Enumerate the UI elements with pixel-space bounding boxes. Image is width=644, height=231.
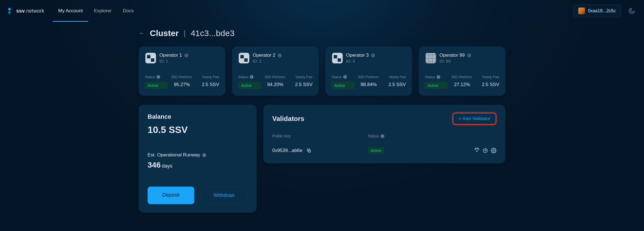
operator-id: ID: 3 (346, 59, 375, 63)
status-label: Statusi (145, 75, 168, 79)
logo-icon (6, 7, 13, 15)
operator-id: ID: 1 (159, 59, 188, 63)
col-public-key: Public Key (272, 134, 368, 138)
logo-text: ssv.network (16, 8, 44, 14)
operator-card: Operator 99 ID: 99 Statusi Active 30D Pe… (419, 46, 505, 96)
operator-id: ID: 99 (439, 59, 471, 63)
validator-public-key: 0x9539...ab6e (272, 148, 302, 153)
validator-row: 0x9539...ab6e Active (263, 142, 505, 159)
svg-marker-0 (8, 8, 11, 11)
explorer-link-icon[interactable] (482, 148, 488, 153)
status-label: Statusi (332, 75, 354, 79)
perf-label: 30D Perform. (171, 75, 193, 79)
info-icon[interactable]: i (202, 153, 206, 157)
page-title: Cluster (150, 28, 179, 38)
fee-value: 2.5 SSV (295, 82, 312, 87)
runway-label: Est. Operational Runway i (148, 152, 248, 158)
moon-icon (628, 7, 635, 15)
external-link-icon[interactable] (184, 53, 188, 58)
theme-toggle[interactable] (625, 4, 638, 18)
validators-title: Validators (272, 115, 304, 123)
cluster-id: 41c3...bde3 (191, 28, 235, 38)
fee-label: Yearly Fee (482, 75, 499, 79)
balance-amount: 10.5 SSV (148, 124, 248, 135)
external-link-icon[interactable] (371, 53, 375, 58)
breadcrumb: ← Cluster | 41c3...bde3 (0, 22, 644, 46)
info-icon[interactable]: i (157, 75, 160, 79)
perf-value: 27.12% (454, 82, 470, 87)
copy-icon[interactable] (306, 148, 311, 153)
info-icon[interactable]: i (250, 75, 254, 79)
nav-explorer[interactable]: Explorer (88, 0, 117, 22)
balance-card: Balance 10.5 SSV Est. Operational Runway… (139, 105, 257, 213)
operator-avatar (332, 53, 343, 63)
operator-card: Operator 2 ID: 2 Statusi Active 30D Perf… (232, 46, 319, 96)
validator-status-badge: Active (368, 147, 384, 154)
fee-value: 2.5 SSV (202, 82, 219, 87)
perf-label: 30D Perform. (358, 75, 379, 79)
withdraw-button[interactable]: Withdraw (200, 187, 248, 204)
breadcrumb-separator: | (184, 29, 186, 38)
balance-title: Balance (148, 113, 248, 120)
operator-name: Operator 1 (159, 53, 182, 58)
operator-name: Operator 3 (346, 53, 369, 58)
svg-point-8 (476, 151, 477, 151)
info-icon[interactable]: i (381, 134, 384, 138)
perf-label: 30D Perform. (451, 75, 473, 79)
fee-label: Yearly Fee (389, 75, 406, 79)
perf-label: 30D Perform. (264, 75, 286, 79)
fee-value: 2.5 SSV (482, 82, 499, 87)
info-icon[interactable]: i (343, 75, 347, 79)
deposit-button[interactable]: Deposit (148, 187, 194, 204)
status-badge: Active (145, 82, 168, 89)
operator-avatar (145, 53, 156, 63)
main-content: Operator 1 ID: 1 Statusi Active 30D Perf… (0, 46, 644, 224)
add-validator-button[interactable]: + Add Validator (453, 113, 496, 125)
main-nav: My Account Explorer Docs (53, 0, 139, 22)
operator-name: Operator 2 (253, 53, 275, 58)
beacon-link-icon[interactable] (474, 148, 480, 153)
fee-label: Yearly Fee (202, 75, 219, 79)
fee-value: 2.5 SSV (389, 82, 406, 87)
col-status: Status i (368, 134, 452, 138)
operator-card: Operator 3 ID: 3 Statusi Active 30D Perf… (325, 46, 412, 96)
nav-docs[interactable]: Docs (117, 0, 139, 22)
svg-point-10 (493, 150, 494, 151)
settings-icon[interactable] (491, 148, 496, 153)
operators-list: Operator 1 ID: 1 Statusi Active 30D Perf… (139, 46, 505, 96)
back-arrow-icon[interactable]: ← (139, 30, 145, 36)
status-label: Statusi (238, 75, 261, 79)
status-badge: Active (238, 82, 261, 89)
nav-my-account[interactable]: My Account (53, 0, 88, 22)
metamask-icon (578, 8, 585, 14)
operator-name: Operator 99 (439, 53, 465, 58)
logo[interactable]: ssv.network (6, 7, 44, 15)
fee-label: Yearly Fee (295, 75, 312, 79)
validators-card: Validators + Add Validator Public Key St… (263, 105, 505, 163)
svg-marker-1 (8, 11, 11, 14)
perf-value: 88.84% (361, 82, 377, 87)
operator-id: ID: 2 (253, 59, 282, 63)
external-link-icon[interactable] (278, 53, 282, 58)
status-label: Statusi (425, 75, 448, 79)
perf-value: 84.20% (267, 82, 283, 87)
status-badge: Active (332, 82, 354, 89)
account-button[interactable]: 0xaa18...2c5c (573, 4, 621, 17)
app-header: ssv.network My Account Explorer Docs 0xa… (0, 0, 644, 22)
info-icon[interactable]: i (437, 75, 440, 79)
external-link-icon[interactable] (467, 53, 471, 58)
account-address: 0xaa18...2c5c (588, 8, 616, 13)
perf-value: 95.27% (174, 82, 190, 87)
operator-card: Operator 1 ID: 1 Statusi Active 30D Perf… (139, 46, 225, 96)
status-badge: Active (425, 82, 448, 89)
operator-avatar (239, 53, 249, 63)
runway-value: 346days (148, 161, 248, 170)
operator-avatar (425, 53, 436, 63)
